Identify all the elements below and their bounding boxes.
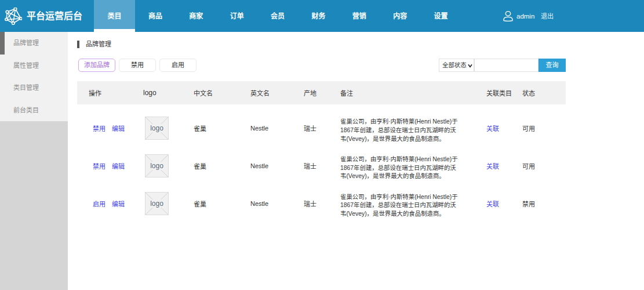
svg-text:logo: logo [150, 162, 163, 170]
svg-text:logo: logo [150, 200, 163, 208]
svg-text:logo: logo [150, 124, 163, 132]
